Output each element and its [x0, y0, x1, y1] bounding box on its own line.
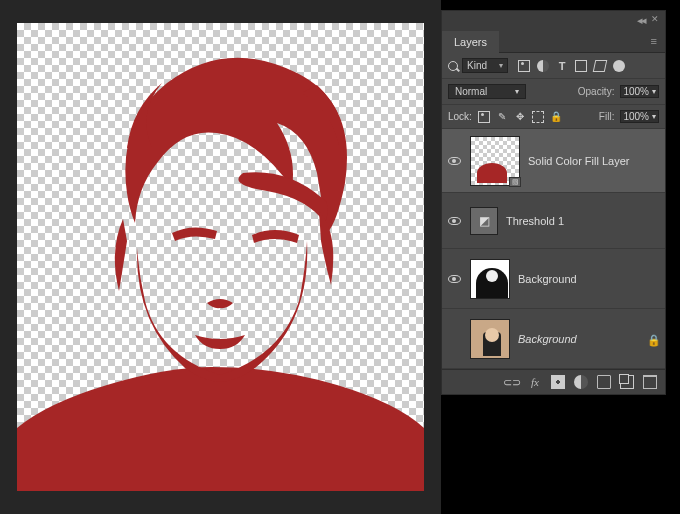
layer-name-label: Threshold 1 — [506, 215, 661, 227]
layers-panel: ◂◂ ✕ Layers ≡ Kind ▾ T Normal ▾ Opacity:… — [441, 10, 666, 395]
filter-toggle-dot-icon[interactable] — [613, 60, 625, 72]
filter-type-icon[interactable]: T — [556, 60, 568, 72]
chevron-down-icon: ▾ — [499, 61, 503, 70]
layers-panel-footer: ⊂⊃ fx — [442, 369, 665, 394]
filter-kind-label: Kind — [467, 60, 487, 71]
lock-paint-icon[interactable]: ✎ — [496, 111, 508, 123]
lock-position-icon[interactable]: ✥ — [514, 111, 526, 123]
lock-icon: 🔒 — [647, 334, 657, 344]
visibility-eye-icon[interactable] — [448, 157, 461, 165]
new-adjustment-layer-icon[interactable] — [574, 375, 588, 389]
chevron-down-icon: ▾ — [652, 87, 656, 96]
document-canvas[interactable] — [17, 23, 424, 491]
tab-layers[interactable]: Layers — [442, 31, 499, 53]
blend-mode-select[interactable]: Normal ▾ — [448, 84, 526, 99]
visibility-eye-icon[interactable] — [448, 217, 461, 225]
visibility-eye-icon[interactable] — [448, 275, 461, 283]
lock-row: Lock: ✎ ✥ 🔒 Fill: 100% ▾ — [442, 105, 665, 129]
filter-adjustment-icon[interactable] — [537, 60, 549, 72]
opacity-input[interactable]: 100% ▾ — [620, 85, 659, 98]
new-layer-icon[interactable] — [620, 375, 634, 389]
blend-mode-value: Normal — [455, 86, 487, 97]
opacity-label: Opacity: — [578, 86, 615, 97]
lock-all-icon[interactable]: 🔒 — [550, 111, 562, 123]
chevron-down-icon: ▾ — [515, 87, 519, 96]
panel-collapse-bar: ◂◂ ✕ — [442, 11, 665, 30]
search-icon — [448, 61, 458, 71]
fill-value: 100% — [623, 111, 649, 122]
add-mask-icon[interactable] — [551, 375, 565, 389]
fill-input[interactable]: 100% ▾ — [620, 110, 659, 123]
close-panel-icon[interactable]: ✕ — [651, 14, 659, 27]
layer-row[interactable]: Background 🔒 — [442, 309, 665, 369]
lock-label: Lock: — [448, 111, 472, 122]
canvas-workspace — [0, 0, 441, 514]
lock-transparency-icon[interactable] — [478, 111, 490, 123]
opacity-value: 100% — [623, 86, 649, 97]
lock-artboard-icon[interactable] — [532, 111, 544, 123]
layer-name-label: Background — [518, 273, 661, 285]
filter-type-icons: T — [518, 60, 625, 72]
filter-pixel-icon[interactable] — [518, 60, 530, 72]
filter-shape-icon[interactable] — [575, 60, 587, 72]
layer-effects-icon[interactable]: fx — [528, 375, 542, 389]
panel-menu-icon[interactable]: ≡ — [643, 31, 665, 51]
layers-list: ▧ Solid Color Fill Layer ◩ Threshold 1 B… — [442, 129, 665, 369]
delete-layer-icon[interactable] — [643, 375, 657, 389]
layer-mask-badge: ▧ — [509, 177, 521, 187]
blend-mode-row: Normal ▾ Opacity: 100% ▾ — [442, 79, 665, 105]
layer-thumbnail[interactable] — [470, 259, 510, 299]
layer-thumbnail[interactable]: ▧ — [470, 136, 520, 186]
collapse-arrows-icon[interactable]: ◂◂ — [637, 14, 645, 27]
layer-thumbnail[interactable] — [470, 319, 510, 359]
layer-name-label: Background — [518, 333, 639, 345]
artwork-portrait — [17, 23, 424, 491]
filter-kind-select[interactable]: Kind ▾ — [462, 58, 508, 73]
threshold-icon: ◩ — [479, 214, 490, 228]
fill-label: Fill: — [599, 111, 615, 122]
layer-row[interactable]: Background — [442, 249, 665, 309]
filter-smartobject-icon[interactable] — [594, 60, 606, 72]
chevron-down-icon: ▾ — [652, 112, 656, 121]
layer-row[interactable]: ◩ Threshold 1 — [442, 193, 665, 249]
panel-tabbar: Layers ≡ — [442, 30, 665, 53]
lock-icons-group: ✎ ✥ 🔒 — [478, 111, 562, 123]
layer-name-label: Solid Color Fill Layer — [528, 155, 661, 167]
new-group-icon[interactable] — [597, 375, 611, 389]
link-layers-icon[interactable]: ⊂⊃ — [505, 375, 519, 389]
layer-thumbnail[interactable]: ◩ — [470, 207, 498, 235]
layer-row[interactable]: ▧ Solid Color Fill Layer — [442, 129, 665, 193]
layer-filter-row: Kind ▾ T — [442, 53, 665, 79]
